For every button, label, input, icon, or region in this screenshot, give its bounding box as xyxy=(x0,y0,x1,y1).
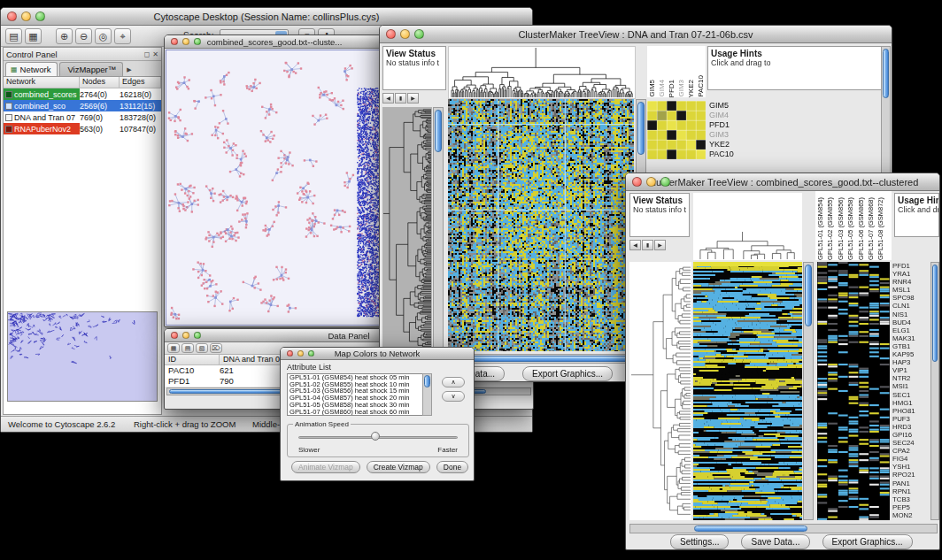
scrollbar-thumb[interactable] xyxy=(424,375,430,387)
scroll-left-icon[interactable]: ◀ xyxy=(382,93,394,104)
network-overview-thumbnail[interactable] xyxy=(7,311,158,402)
scrollbar-thumb[interactable] xyxy=(805,265,812,326)
gene-label[interactable]: RNR4 xyxy=(892,278,930,286)
scrollbar-thumb[interactable] xyxy=(932,265,938,362)
zoom-button[interactable] xyxy=(35,12,45,21)
dialog-button[interactable]: Done xyxy=(436,461,468,473)
zoom-button[interactable] xyxy=(194,332,201,339)
gene-label[interactable]: SPC98 xyxy=(892,294,930,302)
network-table-row[interactable]: combined_sco 2569(6) 13112(15) xyxy=(4,100,161,111)
treeview1-titlebar[interactable]: ClusterMaker TreeView : DNA and Tran 07-… xyxy=(380,26,892,43)
gene-label[interactable]: TCB3 xyxy=(892,495,930,503)
gene-label[interactable]: PFD1 xyxy=(709,120,762,130)
dialog-button[interactable]: Animate Vizmap xyxy=(291,461,360,473)
tv2-hscrollbar[interactable] xyxy=(629,524,938,533)
network-table-header[interactable]: Edges xyxy=(120,77,161,88)
minimize-button[interactable] xyxy=(646,177,656,187)
gene-label[interactable]: GIM4 xyxy=(709,111,762,120)
tv2-heatmap[interactable] xyxy=(693,262,802,520)
dialog-button[interactable]: Create Vizmap xyxy=(367,461,430,473)
gene-label[interactable]: GIM3 xyxy=(709,130,762,140)
main-titlebar[interactable]: Cytoscape Desktop (Session Name: collins… xyxy=(1,8,532,26)
zoom-tool-button[interactable]: ⌖ xyxy=(114,28,131,44)
gene-label[interactable]: KAP95 xyxy=(892,350,930,358)
tv2-heatmap-vscrollbar[interactable] xyxy=(803,262,814,520)
attribute-list[interactable]: GPL51-01 (GSM854) heat shock 05 minGPL51… xyxy=(287,373,432,416)
network-view-titlebar[interactable]: combined_scores_good.txt--cluste... xyxy=(165,35,384,49)
zoom-button[interactable] xyxy=(660,177,670,187)
data-panel-tool-icon[interactable]: ⌦ xyxy=(210,343,222,353)
gene-label[interactable]: VIP1 xyxy=(892,366,930,374)
gene-label[interactable]: SEC1 xyxy=(892,391,930,399)
attribute-list-item[interactable]: GPL51-07 (GSM860) heat shock 60 min xyxy=(290,409,431,416)
tv2-column-dendrogram[interactable] xyxy=(693,193,802,260)
gene-label[interactable]: HMG1 xyxy=(892,399,930,407)
gene-label[interactable]: YKE2 xyxy=(709,140,762,150)
zoom-button[interactable] xyxy=(308,350,314,357)
minimize-button[interactable] xyxy=(400,29,410,39)
gene-label[interactable]: NTR2 xyxy=(892,374,930,382)
gene-label[interactable]: YSH1 xyxy=(892,463,930,471)
gene-label[interactable]: MON2 xyxy=(892,511,930,519)
tv2-right-vscrollbar[interactable] xyxy=(930,262,939,520)
network-table-header[interactable]: Network xyxy=(4,77,80,88)
gene-label[interactable]: CLN1 xyxy=(892,302,930,310)
gene-label[interactable]: MAK31 xyxy=(892,334,930,342)
gene-label[interactable]: HRD3 xyxy=(892,423,930,431)
gene-label[interactable]: RPN1 xyxy=(892,487,930,495)
treeview-action-button[interactable]: Save Data... xyxy=(741,534,809,549)
gene-label[interactable]: MSI1 xyxy=(892,382,930,390)
float-panel-icon[interactable]: ◻ xyxy=(144,50,151,58)
network-table-row[interactable]: RNAPuberNov2 563(0) 107847(0) xyxy=(4,123,161,134)
toolbar-icon-button[interactable]: ▤ xyxy=(5,28,22,44)
minimize-button[interactable] xyxy=(297,350,304,357)
tv2-zoom-heatmap[interactable] xyxy=(817,262,890,520)
scrollbar-thumb[interactable] xyxy=(637,102,645,155)
gene-label[interactable]: GPI16 xyxy=(892,431,930,439)
overview-canvas[interactable] xyxy=(8,312,157,401)
control-panel-tab[interactable]: ▦ Network xyxy=(5,62,58,76)
minimize-button[interactable] xyxy=(182,38,189,45)
gene-label[interactable]: CPA2 xyxy=(892,447,930,455)
treeview2-titlebar[interactable]: ClusterMaker TreeView : combined_scores_… xyxy=(626,173,939,191)
minimize-button[interactable] xyxy=(21,12,31,21)
data-panel-tool-icon[interactable]: ▤ xyxy=(181,343,194,353)
toolbar-icon-button[interactable]: ▦ xyxy=(25,28,42,44)
dialog-titlebar[interactable]: Map Colors to Network xyxy=(281,348,474,360)
tv1-zoom-matrix[interactable] xyxy=(647,101,706,159)
close-button[interactable] xyxy=(386,29,396,39)
gene-label[interactable]: PAC10 xyxy=(709,150,762,159)
minimize-button[interactable] xyxy=(182,332,189,339)
gene-label[interactable]: PHO81 xyxy=(892,407,930,415)
zoom-button[interactable] xyxy=(194,38,201,45)
gene-label[interactable]: SEC24 xyxy=(892,439,930,447)
gene-label[interactable]: ELG1 xyxy=(892,326,930,334)
gene-label[interactable]: PFD1 xyxy=(892,262,930,270)
data-table-header[interactable]: ID xyxy=(165,355,220,364)
close-button[interactable] xyxy=(7,12,17,21)
close-panel-icon[interactable]: ✕ xyxy=(152,50,158,58)
gene-label[interactable]: GTB1 xyxy=(892,342,930,350)
gene-label[interactable]: GIM5 xyxy=(709,101,762,111)
gene-label[interactable]: HAP3 xyxy=(892,358,930,366)
network-table-row[interactable]: DNA and Tran 07 769(0) 183728(0) xyxy=(4,111,161,123)
scroll-right-icon[interactable]: ▶ xyxy=(654,240,666,250)
close-button[interactable] xyxy=(287,350,293,357)
gene-label[interactable]: MSL1 xyxy=(892,286,930,294)
treeview-action-button[interactable]: Export Graphics... xyxy=(522,366,613,381)
move-down-button[interactable]: ∨ xyxy=(442,391,465,402)
close-button[interactable] xyxy=(171,38,178,45)
tab-overflow-icon[interactable]: ▶ xyxy=(127,66,131,73)
gene-label[interactable]: YRA1 xyxy=(892,270,930,278)
gene-label[interactable]: PEP5 xyxy=(892,503,930,511)
scroll-knob-icon[interactable]: ▮ xyxy=(395,93,406,104)
zoom-tool-button[interactable]: ◎ xyxy=(95,28,112,44)
move-up-button[interactable]: ∧ xyxy=(442,377,465,387)
tv2-row-dendrogram[interactable] xyxy=(629,262,691,520)
scroll-right-icon[interactable]: ▶ xyxy=(407,93,419,104)
gene-label[interactable]: NIS1 xyxy=(892,311,930,318)
gene-label[interactable]: PAN1 xyxy=(892,479,930,487)
network-graph-canvas[interactable] xyxy=(166,50,383,326)
zoom-tool-button[interactable]: ⊕ xyxy=(56,28,73,44)
data-panel-tool-icon[interactable]: ▧ xyxy=(196,343,208,353)
